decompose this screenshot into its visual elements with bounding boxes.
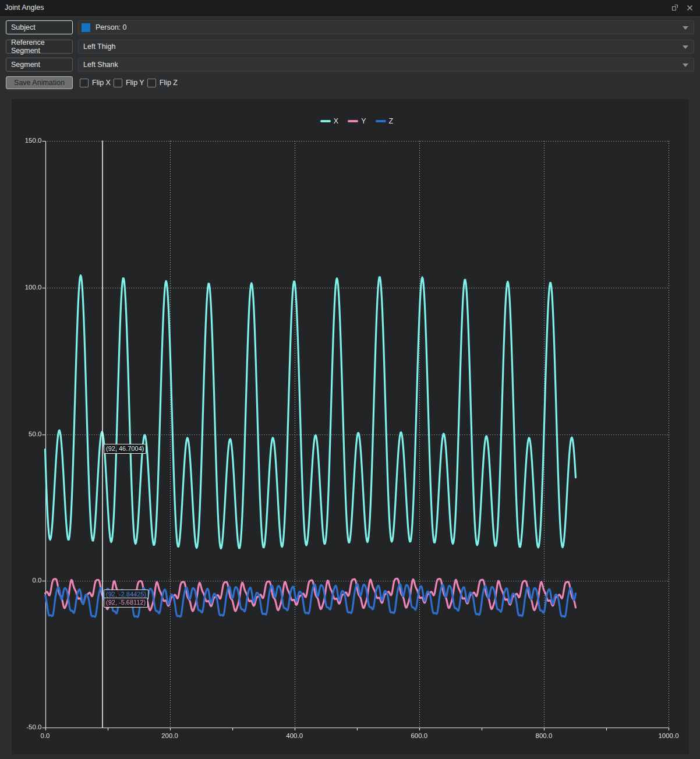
chevron-down-icon	[683, 45, 688, 49]
flip-z-checkbox[interactable]: Flip Z	[147, 76, 178, 89]
subject-dropdown-value: Person: 0	[96, 23, 127, 31]
x-tick-label: 800.0	[526, 732, 561, 739]
flip-z-label: Flip Z	[160, 79, 178, 87]
content-panel: Subject Person: 0 Reference Segment Left…	[0, 16, 700, 759]
x-tick-label: 0.0	[28, 732, 63, 739]
close-button[interactable]	[685, 3, 694, 12]
checkbox-icon	[114, 79, 122, 87]
subject-label: Subject	[11, 23, 36, 31]
flip-x-label: Flip X	[92, 79, 111, 87]
subject-dropdown[interactable]: Person: 0	[78, 20, 694, 34]
flip-y-label: Flip Y	[126, 79, 144, 87]
segment-label: Segment	[11, 61, 40, 69]
cursor-tooltip-y: (92, -5.68112)	[104, 598, 148, 608]
joint-angles-chart: X Y Z 0.0200.0400.0600.0800.01000.0150.0…	[12, 99, 689, 754]
subject-color-swatch	[82, 23, 90, 32]
legend-entry-x[interactable]: X	[320, 117, 338, 125]
flip-x-checkbox[interactable]: Flip X	[80, 76, 111, 89]
titlebar: Joint Angles	[0, 0, 700, 16]
legend-line-swatch	[376, 120, 386, 122]
joint-angles-window: Joint Angles Subject Person: 0	[0, 0, 700, 759]
x-tick-label: 200.0	[153, 732, 188, 739]
plot-canvas[interactable]	[12, 99, 689, 754]
float-window-icon	[671, 4, 678, 11]
close-icon	[687, 5, 693, 11]
window-title: Joint Angles	[0, 3, 44, 12]
y-tick-label: 0.0	[16, 577, 42, 584]
checkbox-icon	[80, 79, 89, 87]
x-tick-label: 400.0	[277, 732, 312, 739]
reference-segment-dropdown-value: Left Thigh	[82, 43, 115, 51]
y-tick-label: -50.0	[16, 723, 42, 730]
flip-checkboxes: Flip X Flip Y Flip Z	[80, 76, 178, 89]
save-animation-button[interactable]: Save Animation	[6, 76, 73, 89]
reference-segment-label-box: Reference Segment	[6, 40, 73, 54]
flip-y-checkbox[interactable]: Flip Y	[114, 76, 144, 89]
legend-entry-y[interactable]: Y	[348, 117, 366, 125]
x-tick-label: 600.0	[402, 732, 437, 739]
float-window-button[interactable]	[670, 3, 680, 12]
legend-label: Y	[361, 117, 366, 125]
segment-label-box: Segment	[6, 58, 73, 72]
cursor-tooltip-x: (92, 46.7004)	[104, 444, 146, 454]
titlebar-buttons	[670, 3, 700, 12]
legend-line-swatch	[320, 120, 331, 122]
legend-entry-z[interactable]: Z	[376, 117, 394, 125]
chart-legend: X Y Z	[45, 117, 669, 125]
subject-button[interactable]: Subject	[6, 20, 73, 34]
x-tick-label: 1000.0	[651, 732, 686, 739]
segment-dropdown-value: Left Shank	[82, 61, 118, 69]
chevron-down-icon	[683, 26, 688, 30]
reference-segment-dropdown[interactable]: Left Thigh	[78, 40, 694, 54]
y-tick-label: 50.0	[16, 430, 42, 437]
checkbox-icon	[147, 79, 156, 87]
chevron-down-icon	[683, 63, 688, 67]
legend-label: X	[334, 117, 338, 125]
legend-label: Z	[389, 117, 394, 125]
legend-line-swatch	[348, 120, 358, 122]
segment-dropdown[interactable]: Left Shank	[78, 58, 694, 72]
y-tick-label: 100.0	[16, 284, 42, 291]
y-tick-label: 150.0	[16, 137, 42, 144]
reference-segment-label: Reference Segment	[11, 38, 72, 55]
